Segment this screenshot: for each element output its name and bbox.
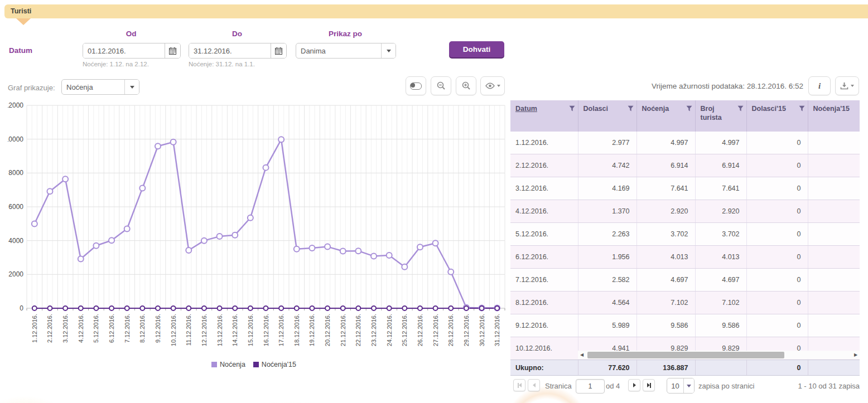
datum-label: Datum xyxy=(9,46,32,55)
nocenja-line-chart[interactable]: 0200040006000800010000120001.12.2016.2.1… xyxy=(8,102,508,361)
cell-value: 6.914 xyxy=(636,154,695,177)
cell-value: 7.102 xyxy=(695,292,746,314)
cell-value: 4.742 xyxy=(578,154,636,177)
download-button[interactable] xyxy=(835,76,859,95)
column-header-datum[interactable]: Datum xyxy=(510,100,578,132)
table-row[interactable]: 1.12.2016.2.9774.9974.9970 xyxy=(510,132,860,154)
last-page-button[interactable] xyxy=(643,379,655,391)
column-header-nocenja-15[interactable]: Noćenja'15 xyxy=(808,100,860,132)
scrollbar-track[interactable] xyxy=(586,352,852,358)
scroll-right-arrow[interactable]: ▶ xyxy=(852,351,860,359)
cell-value: 4.697 xyxy=(636,269,695,292)
legend-item[interactable]: Noćenja'15 xyxy=(253,361,296,368)
info-button[interactable]: i xyxy=(808,76,831,95)
legend-label: Noćenja'15 xyxy=(262,361,296,368)
cell-date: 1.12.2016. xyxy=(510,132,578,154)
table-row[interactable]: 9.12.2016.5.9899.5869.5860 xyxy=(510,314,860,337)
next-page-button[interactable] xyxy=(628,379,640,391)
column-header-nocenja[interactable]: Noćenja xyxy=(636,100,695,132)
svg-text:27.12.2016.: 27.12.2016. xyxy=(432,314,439,346)
total-value: 0 xyxy=(746,360,808,376)
svg-text:13.12.2016.: 13.12.2016. xyxy=(216,314,223,346)
date-from-hint: Noćenje: 1.12. na 2.12. xyxy=(83,61,149,67)
info-icon: i xyxy=(818,81,821,91)
cell-value: 0 xyxy=(746,132,808,154)
cell-date: 3.12.2016. xyxy=(510,177,578,200)
table-row[interactable]: 8.12.2016.4.5647.1027.1020 xyxy=(510,292,860,314)
series-visibility-button[interactable] xyxy=(480,76,505,95)
cell-date: 5.12.2016. xyxy=(510,223,578,246)
chevron-down-icon[interactable] xyxy=(124,80,139,94)
graf-prikazuje-label: Graf prikazuje: xyxy=(8,84,55,92)
per-page-label: zapisa po stranici xyxy=(698,382,754,390)
date-to-input[interactable] xyxy=(189,43,271,58)
eye-icon xyxy=(485,82,495,89)
svg-text:24.12.2016.: 24.12.2016. xyxy=(386,314,393,346)
page-number-input[interactable] xyxy=(576,379,605,394)
svg-text:2000: 2000 xyxy=(8,270,23,278)
total-value: 77.620 xyxy=(578,360,636,376)
date-to-control xyxy=(189,43,287,59)
filter-icon[interactable] xyxy=(737,105,744,114)
column-label: Noćenja xyxy=(642,105,669,113)
table-horizontal-scrollbar[interactable]: ◀ ▶ xyxy=(578,351,860,359)
turisti-tab[interactable]: Turisti xyxy=(4,4,868,18)
calendar-icon[interactable] xyxy=(165,43,180,58)
column-header-dolasci[interactable]: Dolasci xyxy=(578,100,636,132)
table-row[interactable]: 6.12.2016.1.9564.0134.0130 xyxy=(510,246,860,269)
column-header-dolasci-15[interactable]: Dolasci'15 xyxy=(746,100,808,132)
od-label: Od xyxy=(83,30,180,38)
previous-page-button[interactable] xyxy=(528,379,540,391)
cell-value: 2.920 xyxy=(695,200,746,223)
svg-text:21.12.2016.: 21.12.2016. xyxy=(340,314,346,346)
cell-date: 7.12.2016. xyxy=(510,269,578,292)
date-from-input[interactable] xyxy=(83,43,165,58)
dohvati-button[interactable]: Dohvati xyxy=(449,41,504,57)
cell-value xyxy=(808,200,860,223)
chevron-down-icon xyxy=(497,85,500,87)
page-size-select[interactable]: 10 xyxy=(667,378,695,394)
cell-value: 3.702 xyxy=(695,223,746,246)
svg-text:12000: 12000 xyxy=(8,102,23,109)
table-row[interactable]: 5.12.2016.2.2633.7023.7020 xyxy=(510,223,860,246)
cell-value: 9.586 xyxy=(695,314,746,337)
toggle-view-button[interactable] xyxy=(406,76,426,95)
svg-text:6.12.2016.: 6.12.2016. xyxy=(108,314,115,343)
svg-text:28.12.2016.: 28.12.2016. xyxy=(447,314,454,346)
table-row[interactable]: 7.12.2016.2.5824.6974.6970 xyxy=(510,269,860,292)
legend-item[interactable]: Noćenja xyxy=(211,361,245,368)
zoom-out-button[interactable] xyxy=(431,76,451,95)
svg-text:4.12.2016.: 4.12.2016. xyxy=(78,314,84,343)
graf-series-select[interactable]: Noćenja xyxy=(61,79,139,95)
cell-value: 0 xyxy=(746,200,808,223)
svg-text:4000: 4000 xyxy=(8,237,23,245)
table-row[interactable]: 4.12.2016.1.3702.9202.9200 xyxy=(510,200,860,223)
table-row[interactable]: 3.12.2016.4.1697.6417.6410 xyxy=(510,177,860,200)
svg-text:20.12.2016.: 20.12.2016. xyxy=(324,314,331,346)
decor-blob xyxy=(84,383,496,403)
column-label: Datum xyxy=(515,105,537,113)
chevron-down-icon[interactable] xyxy=(381,43,396,58)
filter-icon[interactable] xyxy=(799,105,805,114)
zoom-in-button[interactable] xyxy=(456,76,476,95)
cell-value xyxy=(808,246,860,269)
svg-text:30.12.2016.: 30.12.2016. xyxy=(479,314,485,346)
page-count-label: od 4 xyxy=(606,382,620,390)
scrollbar-thumb[interactable] xyxy=(587,352,784,358)
cell-value: 2.582 xyxy=(578,269,636,292)
filter-icon[interactable] xyxy=(628,105,634,114)
calendar-icon[interactable] xyxy=(271,43,286,58)
filter-icon[interactable] xyxy=(569,105,575,114)
column-header-broj-turista[interactable]: Broj turista xyxy=(695,100,746,132)
first-page-button[interactable] xyxy=(513,379,525,391)
cell-value: 4.564 xyxy=(578,292,636,314)
svg-text:12.12.2016.: 12.12.2016. xyxy=(201,314,208,346)
cell-value: 7.641 xyxy=(695,177,746,200)
chevron-down-icon[interactable] xyxy=(683,378,694,393)
table-row[interactable]: 2.12.2016.4.7426.9146.9140 xyxy=(510,154,860,177)
scroll-left-arrow[interactable]: ◀ xyxy=(578,351,586,359)
cell-value: 6.914 xyxy=(695,154,746,177)
svg-text:19.12.2016.: 19.12.2016. xyxy=(308,314,315,346)
filter-icon[interactable] xyxy=(686,105,692,114)
prikaz-po-select[interactable]: Danima xyxy=(296,43,396,59)
